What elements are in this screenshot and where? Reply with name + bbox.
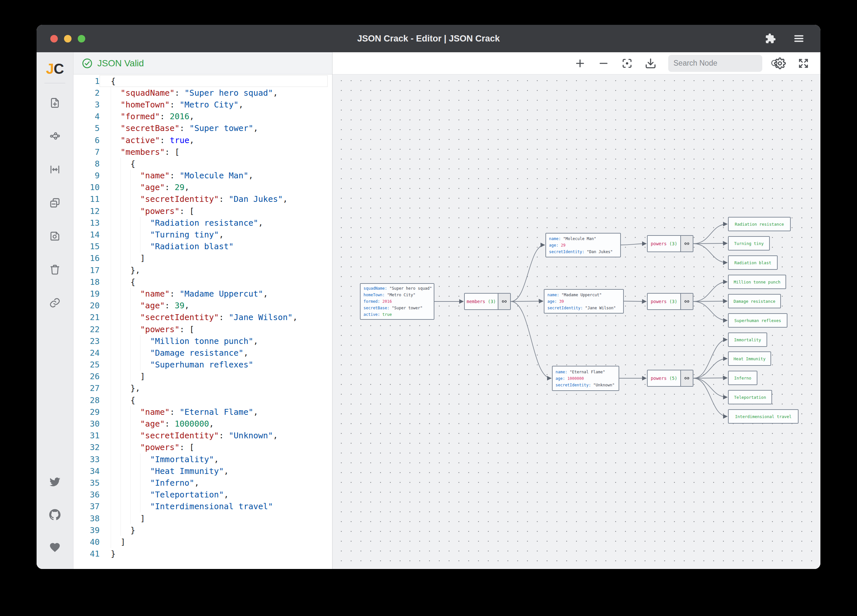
file-plus-icon[interactable] bbox=[49, 97, 61, 109]
graph-node-leaf-immortality[interactable]: Immortality bbox=[728, 333, 767, 347]
focus-icon[interactable] bbox=[621, 57, 633, 69]
graph-node-leaf-inferno[interactable]: Inferno bbox=[728, 371, 757, 385]
settings-icon[interactable] bbox=[774, 57, 786, 69]
code-line: 22 "powers": [ bbox=[73, 323, 332, 335]
line-number: 36 bbox=[73, 490, 100, 499]
line-number: 20 bbox=[73, 301, 100, 310]
twitter-icon[interactable] bbox=[49, 476, 61, 488]
search-input[interactable] bbox=[673, 59, 770, 68]
line-number: 4 bbox=[73, 112, 100, 121]
minimize-button[interactable] bbox=[64, 35, 71, 42]
line-number: 19 bbox=[73, 289, 100, 299]
code-line: 7 "members": [ bbox=[73, 146, 332, 158]
code-line: 20 "age": 39, bbox=[73, 300, 332, 312]
line-number: 12 bbox=[73, 206, 100, 216]
line-number: 24 bbox=[73, 348, 100, 358]
line-number: 16 bbox=[73, 254, 100, 263]
line-number: 1 bbox=[73, 76, 100, 86]
extension-puzzle-icon[interactable] bbox=[765, 33, 776, 44]
zoom-button[interactable] bbox=[78, 35, 85, 42]
line-number: 39 bbox=[73, 526, 100, 535]
graph-canvas[interactable]: squadName: "Super hero squad"homeTown: "… bbox=[333, 74, 820, 569]
code-line: 29 "name": "Eternal Flame", bbox=[73, 406, 332, 418]
window-title: JSON Crack - Editor | JSON Crack bbox=[37, 34, 820, 44]
menu-icon[interactable] bbox=[793, 33, 805, 45]
trash-icon[interactable] bbox=[49, 263, 61, 275]
line-number: 26 bbox=[73, 372, 100, 381]
graph-node-leaf-interdimensional-travel[interactable]: Interdimensional travel bbox=[728, 409, 798, 424]
copy-icon[interactable] bbox=[49, 197, 61, 209]
line-number: 6 bbox=[73, 136, 100, 145]
line-number: 38 bbox=[73, 514, 100, 523]
download-icon[interactable] bbox=[645, 57, 656, 69]
line-number: 21 bbox=[73, 313, 100, 322]
zoom-in-icon[interactable] bbox=[574, 57, 586, 69]
graph-node-leaf-heat-immunity[interactable]: Heat Immunity bbox=[728, 351, 771, 366]
graph-node-leaf-superhuman-reflexes[interactable]: Superhuman reflexes bbox=[728, 313, 787, 328]
graph-node-leaf-damage-resistance[interactable]: Damage resistance bbox=[728, 294, 781, 308]
graph-node-members[interactable]: members(3) bbox=[464, 293, 511, 310]
line-number: 22 bbox=[73, 325, 100, 334]
app-logo[interactable]: JC bbox=[46, 61, 64, 77]
line-number: 29 bbox=[73, 407, 100, 417]
code-line: 17 }, bbox=[73, 264, 332, 276]
line-number: 35 bbox=[73, 478, 100, 488]
code-line: 28 { bbox=[73, 394, 332, 406]
close-button[interactable] bbox=[50, 35, 58, 42]
sidebar: JC bbox=[37, 52, 73, 569]
graph-node-powers1[interactable]: powers(3) bbox=[647, 235, 693, 252]
github-icon[interactable] bbox=[49, 509, 61, 521]
graph-toolbar bbox=[333, 52, 820, 74]
line-number: 2 bbox=[73, 88, 100, 98]
graph-node-leaf-radiation-resistance[interactable]: Radiation resistance bbox=[728, 217, 791, 231]
code-line: 4 "formed": 2016, bbox=[73, 111, 332, 122]
graph-icon[interactable] bbox=[49, 130, 61, 142]
code-line: 12 "powers": [ bbox=[73, 205, 332, 217]
graph-node-powers3[interactable]: powers(5) bbox=[647, 370, 693, 387]
graph-node-leaf-radiation-blast[interactable]: Radiation blast bbox=[728, 255, 778, 270]
fullscreen-icon[interactable] bbox=[798, 57, 809, 69]
graph-node-leaf-million-tonne-punch[interactable]: Million tonne punch bbox=[728, 275, 786, 289]
graph-node-m3[interactable]: name: "Eternal Flame"age: 1000000secretI… bbox=[552, 366, 619, 391]
code-line: 40 ] bbox=[73, 536, 332, 548]
check-circle-icon bbox=[82, 58, 93, 68]
graph-node-powers2[interactable]: powers(3) bbox=[647, 293, 693, 310]
line-number: 37 bbox=[73, 502, 100, 511]
line-number: 32 bbox=[73, 443, 100, 452]
json-valid-status: JSON Valid bbox=[97, 58, 144, 68]
line-number: 15 bbox=[73, 242, 100, 251]
code-line: 32 "powers": [ bbox=[73, 441, 332, 453]
collapse-link-icon[interactable] bbox=[680, 370, 693, 386]
graph-node-leaf-teleportation[interactable]: Teleportation bbox=[728, 390, 772, 404]
collapse-link-icon[interactable] bbox=[498, 294, 510, 309]
line-number: 27 bbox=[73, 384, 100, 393]
code-line: 16 ] bbox=[73, 252, 332, 264]
collapse-link-icon[interactable] bbox=[680, 236, 693, 251]
graph-node-leaf-turning-tiny[interactable]: Turning tiny bbox=[728, 236, 770, 251]
code-line: 34 "Heat Immunity", bbox=[73, 465, 332, 477]
app-window: JSON Crack - Editor | JSON Crack JC bbox=[37, 25, 820, 569]
heart-icon[interactable] bbox=[49, 542, 61, 553]
graph-node-m2[interactable]: name: "Madame Uppercut"age: 39secretIden… bbox=[544, 289, 624, 314]
fold-icon[interactable] bbox=[49, 164, 61, 175]
collapse-link-icon[interactable] bbox=[680, 294, 693, 309]
code-line: 41} bbox=[73, 548, 332, 560]
save-icon[interactable] bbox=[49, 230, 61, 242]
link-icon[interactable] bbox=[49, 297, 61, 309]
code-editor[interactable]: 1{2 "squadName": "Super hero squad",3 "h… bbox=[73, 74, 332, 569]
search-node-box[interactable] bbox=[668, 55, 762, 72]
line-number: 17 bbox=[73, 266, 100, 275]
code-line: 23 "Million tonne punch", bbox=[73, 335, 332, 347]
code-line: 5 "secretBase": "Super tower", bbox=[73, 122, 332, 134]
line-number: 11 bbox=[73, 194, 100, 204]
code-line: 37 "Interdimensional travel" bbox=[73, 501, 332, 512]
line-number: 25 bbox=[73, 360, 100, 369]
graph-node-root[interactable]: squadName: "Super hero squad"homeTown: "… bbox=[360, 283, 435, 320]
code-line: 21 "secretIdentity": "Jane Wilson", bbox=[73, 312, 332, 323]
code-line: 31 "secretIdentity": "Unknown", bbox=[73, 430, 332, 441]
graph-panel: squadName: "Super hero squad"homeTown: "… bbox=[333, 52, 820, 569]
graph-node-m1[interactable]: name: "Molecule Man"age: 29secretIdentit… bbox=[545, 233, 621, 257]
line-number: 14 bbox=[73, 230, 100, 240]
code-line: 14 "Turning tiny", bbox=[73, 229, 332, 240]
zoom-out-icon[interactable] bbox=[598, 57, 609, 69]
